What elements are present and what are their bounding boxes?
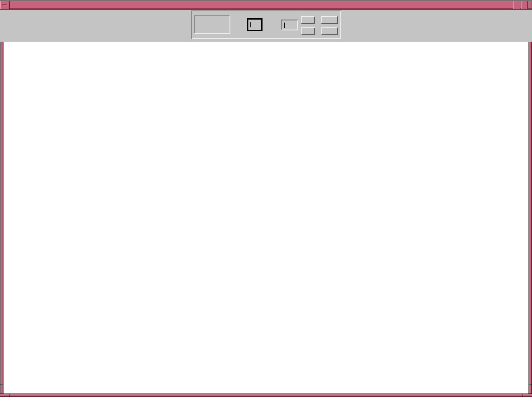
resize-border-left[interactable] [0,42,3,397]
frame-notch [522,394,522,397]
text-caret [284,23,285,28]
raise-window-button[interactable] [521,1,528,9]
app-name-box [194,15,230,34]
toolbar [0,10,532,42]
page-input[interactable] [247,18,263,31]
done-button[interactable] [321,27,338,35]
nplt-input[interactable] [281,20,298,30]
window-menu-button[interactable] [0,1,10,9]
text-caret [250,22,251,27]
window-title [17,0,506,9]
shade-window-button[interactable] [513,1,520,9]
print-button[interactable] [321,16,338,24]
resize-border-right[interactable] [529,42,532,397]
frame-notch [0,384,3,384]
next-button[interactable] [301,27,315,35]
plot-grid [4,43,527,381]
x-axis-labels [4,383,527,390]
prev-button[interactable] [301,16,315,24]
frame-notch [10,394,10,397]
resize-border-bottom[interactable] [0,394,532,397]
titlebar[interactable] [0,0,532,10]
frame-notch [529,384,532,384]
window-menu-icon [2,4,7,6]
app-window [0,0,532,397]
plot-canvas [3,42,529,394]
control-panel [191,10,341,39]
